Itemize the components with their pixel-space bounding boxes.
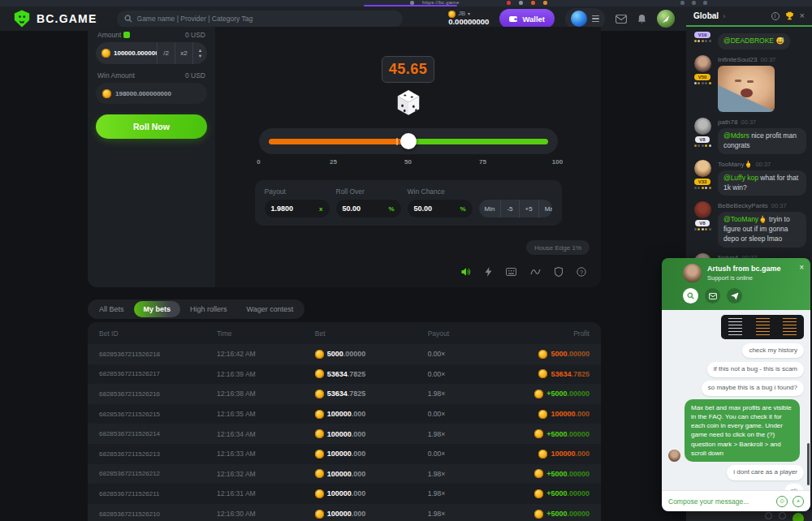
search-icon — [124, 15, 132, 23]
search-bar[interactable] — [117, 11, 403, 28]
username[interactable]: InfiniteSoul23 — [718, 56, 757, 63]
support-compose-bar: ☺ + — [662, 490, 810, 511]
coin-icon — [534, 469, 543, 478]
avatar[interactable] — [694, 55, 711, 72]
payout-field[interactable]: 1.9800 x — [265, 200, 330, 217]
table-row[interactable]: 6828536721152621612:16:38 AM53634.78251.… — [88, 384, 601, 404]
table-row[interactable]: 6828536721152621412:16:34 AM100000.0001.… — [88, 424, 601, 444]
game-toolbar: ? — [461, 267, 586, 277]
chat-close-icon[interactable]: × — [800, 11, 805, 20]
help-button[interactable]: ? — [577, 267, 586, 277]
bet-cell: 100000.000 — [315, 410, 428, 419]
chat-room-title[interactable]: Global — [693, 11, 719, 20]
tab-wager-contest[interactable]: Wager contest — [237, 301, 304, 317]
chat-toggle-button[interactable] — [657, 10, 675, 28]
roll-now-button[interactable]: Roll Now — [96, 114, 207, 139]
scrollbar-thumb[interactable] — [807, 443, 810, 485]
table-row[interactable]: 6828536721152621312:16:33 AM100000.0000.… — [88, 444, 601, 464]
keyboard-icon — [506, 268, 516, 276]
quill-icon — [662, 15, 671, 24]
slider-track[interactable] — [269, 139, 548, 144]
win-amount-field[interactable]: 198000.000000000 — [96, 83, 207, 104]
chat-message: V33TooMany🖕00:37@Luffy kop what for that… — [692, 160, 806, 196]
tab-high-rollers[interactable]: High rollers — [180, 301, 237, 317]
username[interactable]: BeBeBeckyPants — [718, 202, 768, 209]
hotkeys-button[interactable] — [506, 268, 516, 276]
sound-button[interactable] — [461, 267, 471, 277]
message-time: 00:37 — [755, 161, 771, 168]
profit-cell: +5000.00000 — [534, 469, 590, 478]
coin-icon — [315, 350, 324, 359]
tab-my-bets[interactable]: My bets — [134, 301, 181, 317]
coin-icon — [538, 350, 547, 359]
table-row[interactable]: 6828536721152621212:16:32 AM100000.0001.… — [88, 464, 601, 484]
tab-all-bets[interactable]: All Bets — [89, 301, 134, 317]
username[interactable]: TooMany🖕 — [718, 161, 752, 168]
slider-tick-label: 25 — [330, 158, 337, 166]
support-mail-button[interactable] — [705, 288, 720, 304]
chat-image[interactable] — [718, 66, 775, 112]
fairness-button[interactable] — [555, 267, 563, 277]
table-row[interactable]: 6828536721152621812:16:42 AM5000.000000.… — [88, 344, 601, 364]
chance-min-button[interactable]: Min — [479, 200, 501, 217]
live-stats-button[interactable] — [530, 268, 541, 276]
mail-icon — [615, 15, 627, 24]
amount-stepper[interactable]: ▲▼ — [192, 42, 207, 64]
attach-icon[interactable]: + — [793, 496, 804, 507]
avatar[interactable] — [694, 201, 711, 218]
roll-over-unit: % — [388, 205, 394, 213]
win-chance-field[interactable]: 50.00 % — [408, 200, 473, 217]
payout-cell: 0.00× — [428, 350, 502, 358]
slider-tick-label: 75 — [479, 158, 486, 166]
avatar[interactable] — [694, 160, 711, 177]
chance-plus5-button[interactable]: +5 — [519, 200, 538, 217]
roll-over-field[interactable]: 50.00 % — [336, 200, 401, 217]
slider-handle[interactable] — [400, 133, 417, 149]
column-header: Bet — [315, 329, 428, 338]
wallet-button[interactable]: Wallet — [499, 9, 555, 28]
mention[interactable]: @TooMany🖕 — [723, 215, 767, 223]
support-close-icon[interactable]: × — [799, 263, 804, 272]
amount-input[interactable]: 100000.00000000 /2 x2 ▲▼ — [96, 42, 207, 64]
trophy-icon[interactable] — [785, 11, 794, 20]
volume-icon — [461, 267, 471, 277]
table-row[interactable]: 6828536721152621112:16:31 AM100000.0001.… — [88, 484, 601, 504]
support-chat-widget: Artush from bc.game Support is online × … — [662, 258, 810, 511]
gif-icon[interactable] — [779, 512, 786, 519]
search-input[interactable] — [137, 15, 395, 23]
favicon-dot — [507, 1, 511, 5]
chance-max-button[interactable]: Max — [538, 200, 552, 217]
turbo-button[interactable] — [485, 267, 492, 277]
send-button[interactable] — [793, 513, 804, 521]
game-area: 45.65 0255075100 Payout — [215, 27, 601, 287]
support-telegram-button[interactable] — [727, 288, 742, 304]
double-button[interactable]: x2 — [175, 42, 192, 64]
compose-input[interactable] — [668, 497, 771, 506]
chat-info-icon[interactable]: i — [771, 12, 780, 20]
support-screenshot[interactable] — [721, 315, 804, 339]
balance-selector[interactable]: JB ▾ 0.00000000 — [448, 11, 489, 27]
table-row[interactable]: 6828536721152621512:16:35 AM100000.0000.… — [88, 404, 601, 424]
chance-minus5-button[interactable]: -5 — [500, 200, 518, 217]
mention[interactable]: @DEADBROKE — [723, 37, 774, 45]
coin-icon — [102, 49, 110, 58]
amount-value[interactable]: 100000.00000000 — [114, 50, 157, 57]
mail-button[interactable] — [615, 15, 627, 24]
emoji-icon[interactable] — [765, 512, 772, 519]
emoji-icon[interactable]: ☺ — [776, 496, 788, 507]
brand-logo[interactable]: BC.GAME — [13, 10, 97, 28]
support-search-button[interactable] — [683, 288, 698, 304]
half-button[interactable]: /2 — [157, 42, 175, 64]
notifications-button[interactable] — [637, 14, 646, 24]
mention[interactable]: @Mdsrs — [723, 131, 749, 140]
username[interactable]: path78 — [718, 118, 737, 126]
mention[interactable]: @Luffy kop — [723, 174, 758, 182]
payout-cell: 0.00× — [428, 410, 502, 418]
bet-slider[interactable] — [259, 128, 558, 154]
house-edge-badge: House Edge 1% — [526, 240, 590, 255]
table-row[interactable]: 6828536721152621012:16:30 AM100000.0001.… — [88, 504, 601, 521]
chevron-right-icon[interactable]: › — [723, 12, 725, 20]
avatar[interactable] — [694, 118, 711, 135]
table-row[interactable]: 6828536721152621712:16:39 AM53634.78250.… — [88, 364, 601, 385]
support-status: Support is online — [707, 274, 781, 282]
